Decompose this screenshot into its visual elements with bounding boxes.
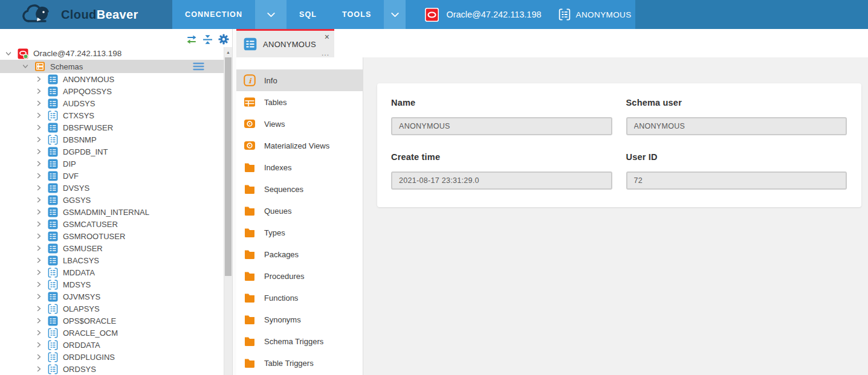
tree-node-schema-dvsys[interactable]: DVSYS (0, 182, 224, 194)
tree-node-schema-ordsys[interactable]: ORDSYS (0, 363, 224, 375)
tree-node-schema-ctxsys[interactable]: CTXSYS (0, 109, 224, 121)
objmenu-item-packages[interactable]: Packages (236, 243, 363, 265)
tree-node-label: OJVMSYS (63, 292, 100, 301)
folder-icon (244, 248, 256, 260)
table-icon (244, 96, 256, 108)
sync-icon[interactable] (186, 34, 197, 45)
tab-anonymous[interactable]: ANONYMOUS × ... (236, 29, 334, 57)
chevron-right-icon (35, 100, 42, 107)
objmenu-item-queues[interactable]: Queues (236, 200, 363, 222)
field-input-name[interactable] (391, 117, 612, 135)
connection-name: Oracle@47.242.113.198 (446, 10, 541, 19)
objmenu-item-sequences[interactable]: Sequences (236, 178, 363, 200)
objmenu-item-materialized-views[interactable]: Materialized Views (236, 135, 363, 156)
objmenu-item-synonyms[interactable]: Synonyms (236, 309, 363, 330)
object-panels: i Info Tables Views Materialized Views I… (236, 57, 868, 375)
tree-node-connection[interactable]: Oracle@47.242.113.198 (0, 47, 224, 60)
settings-icon[interactable] (218, 34, 229, 45)
objmenu-item-label: Functions (264, 293, 298, 303)
tree-node-label: MDDATA (63, 268, 95, 277)
tree-node-schema-dvf[interactable]: DVF (0, 170, 224, 182)
tree-node-schema-ojvmsys[interactable]: OJVMSYS (0, 290, 224, 303)
tree-node-schema-gsmrootuser[interactable]: GSMROOTUSER (0, 230, 224, 242)
tree-node-schemas[interactable]: Schemas (0, 60, 224, 73)
field-label: Name (391, 98, 612, 107)
chevron-right-icon (35, 172, 42, 179)
field-input-user-id[interactable] (626, 171, 847, 190)
topbar-connection-button[interactable]: CONNECTION (172, 0, 255, 29)
objmenu-item-functions[interactable]: Functions (236, 287, 363, 309)
schema-outlined-icon (48, 111, 58, 121)
schema-outlined-icon (48, 352, 58, 362)
objmenu-item-label: Procedures (264, 272, 304, 281)
objmenu-item-indexes[interactable]: Indexes (236, 156, 363, 178)
form-field-schema-user: Schema user (626, 98, 847, 152)
scrollbar-up-arrow[interactable]: ▲ (224, 47, 232, 57)
tree-node-schema-dbsnmp[interactable]: DBSNMP (0, 133, 224, 146)
tree-node-label: Schemas (50, 62, 83, 71)
tree-node-label: OPS$ORACLE (63, 316, 116, 325)
tree-node-label: Oracle@47.242.113.198 (33, 49, 121, 58)
svg-text:i: i (248, 77, 252, 85)
chevron-right-icon (35, 75, 42, 83)
tree-node-schema-ordplugins[interactable]: ORDPLUGINS (0, 351, 224, 363)
objmenu-item-views[interactable]: Views (236, 113, 363, 135)
objmenu-item-procedures[interactable]: Procedures (236, 265, 363, 287)
tab-close-icon[interactable]: × (325, 33, 329, 41)
filter-icon[interactable] (193, 62, 204, 71)
topbar-connection-section: Oracle@47.242.113.198 ANONYMOUS (406, 0, 635, 29)
tree-node-schema-gsmuser[interactable]: GSMUSER (0, 242, 224, 254)
chevron-right-icon (35, 196, 42, 204)
tree-scrollbar[interactable]: ▲ (224, 47, 232, 375)
topbar-sql-button[interactable]: SQL (287, 0, 329, 29)
tree-node-schema-oracle-ocm[interactable]: ORACLE_OCM (0, 327, 224, 339)
objmenu-item-schema-triggers[interactable]: Schema Triggers (236, 330, 363, 352)
tree-node-schema-mdsys[interactable]: MDSYS (0, 278, 224, 290)
tree-node-schema-anonymous[interactable]: ANONYMOUS (0, 73, 224, 85)
topbar-button-label: SQL (299, 10, 317, 19)
chevron-down-icon[interactable] (384, 0, 406, 29)
chevron-right-icon (35, 220, 42, 228)
topbar-tools-button[interactable]: TOOLS (329, 0, 384, 29)
schema-selector[interactable]: ANONYMOUS (559, 8, 632, 21)
field-input-schema-user[interactable] (626, 117, 847, 135)
objmenu-item-tables[interactable]: Tables (236, 91, 363, 113)
schema-filled-icon (48, 255, 58, 266)
chevron-down-icon (5, 50, 12, 57)
object-content: Name Schema user Create time User ID (363, 57, 868, 375)
tree-node-schema-mddata[interactable]: MDDATA (0, 266, 224, 278)
objmenu-item-label: Types (264, 228, 285, 237)
objmenu-item-label: Sequences (264, 185, 303, 194)
tree-node-schema-ggsys[interactable]: GGSYS (0, 194, 224, 206)
panel-divider[interactable] (232, 29, 236, 375)
connection-selector[interactable]: Oracle@47.242.113.198 (425, 8, 541, 22)
app-logo: CloudBeaver (0, 0, 172, 29)
schema-icon (559, 8, 571, 21)
tree-node-schema-audsys[interactable]: AUDSYS (0, 97, 224, 109)
tree-node-schema-orddata[interactable]: ORDDATA (0, 339, 224, 351)
tree-toolbar (0, 29, 232, 47)
scrollbar-thumb[interactable] (225, 57, 232, 276)
tab-more-icon[interactable]: ... (322, 50, 329, 57)
field-input-create-time[interactable] (391, 171, 612, 190)
chevron-right-icon (35, 136, 42, 143)
tree-node-schema-dbsfwuser[interactable]: DBSFWUSER (0, 121, 224, 133)
view-icon (244, 118, 256, 130)
objmenu-item-info[interactable]: i Info (236, 69, 363, 91)
chevron-right-icon (35, 88, 42, 95)
tree-node-schema-appqossys[interactable]: APPQOSSYS (0, 85, 224, 97)
tree-node-schema-ops-oracle[interactable]: OPS$ORACLE (0, 315, 224, 327)
schema-outlined-icon (48, 340, 58, 350)
form-field-name: Name (391, 98, 612, 152)
objmenu-item-table-triggers[interactable]: Table Triggers (236, 352, 363, 374)
collapse-all-icon[interactable] (202, 34, 213, 45)
objmenu-item-types[interactable]: Types (236, 222, 363, 243)
tree-node-schema-dip[interactable]: DIP (0, 158, 224, 170)
tree-node-schema-olapsys[interactable]: OLAPSYS (0, 303, 224, 315)
tree-node-schema-dgpdb-int[interactable]: DGPDB_INT (0, 146, 224, 158)
tree-node-schema-gsmcatuser[interactable]: GSMCATUSER (0, 218, 224, 230)
chevron-down-icon[interactable] (255, 0, 287, 29)
schema-filled-icon (48, 98, 58, 109)
tree-node-schema-gsmadmin-internal[interactable]: GSMADMIN_INTERNAL (0, 206, 224, 218)
tree-node-schema-lbacsys[interactable]: LBACSYS (0, 254, 224, 266)
